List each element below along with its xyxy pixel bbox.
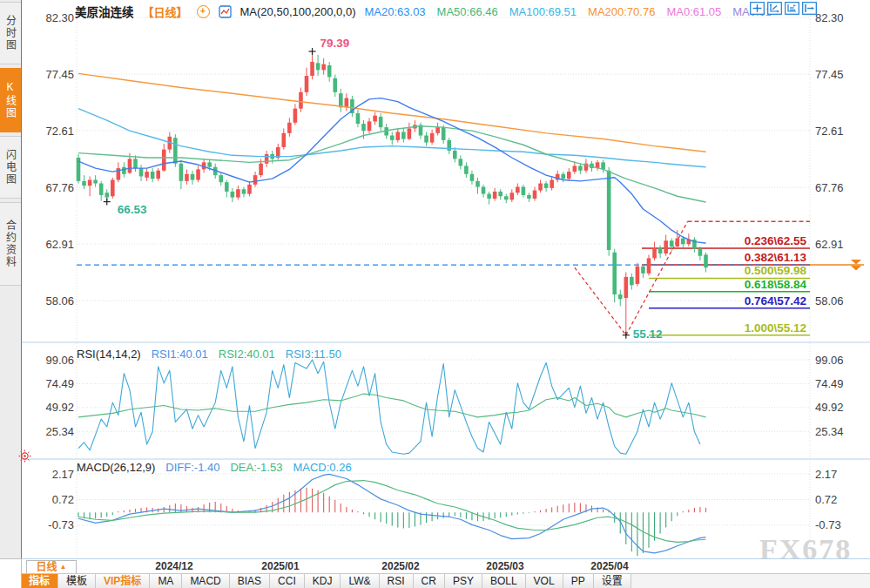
ma-values: MA20:63.03MA50:66.46MA100:69.51MA200:70.… [365, 5, 772, 18]
period-selector[interactable]: 日线 ▲ [26, 560, 77, 574]
price-tick-label: -0.73 [48, 518, 74, 531]
fib-label: 0.382\61.13 [745, 251, 807, 264]
price-tick-label: 99.06 [815, 354, 844, 367]
toolbar-button-LW&[interactable]: LW& [341, 574, 379, 588]
pivot-price-label: 55.12 [633, 328, 663, 341]
price-tick-label: 82.30 [815, 11, 844, 24]
toolbar-button-MACD[interactable]: MACD [182, 574, 229, 588]
axis-scale-icon[interactable] [785, 2, 799, 15]
ma-value: MA50:66.46 [437, 5, 498, 18]
price-tick-label: 25.34 [45, 425, 74, 438]
alert-icon[interactable] [18, 449, 31, 466]
toolbar-button-CCI[interactable]: CCI [270, 574, 305, 588]
pivot-price-label: 79.39 [320, 37, 350, 50]
time-axis-row: 日线 ▲ 2024/122025/012025/022025/032025/04 [0, 558, 870, 574]
price-tick-label: -0.73 [815, 518, 841, 531]
sidebar: 分时图K线图闪电图合约资料 [0, 0, 22, 558]
date-label: 2024/12 [155, 560, 192, 572]
price-tick-label: 67.76 [45, 181, 74, 194]
price-tick-label: 74.49 [45, 377, 74, 390]
toolbar-button-BOLL[interactable]: BOLL [482, 574, 526, 588]
price-tick-label: 72.61 [815, 125, 844, 138]
indicator-toolbar: 指标模板VIP指标MAMACDBIASCCIKDJLW&RSICRPSYBOLL… [0, 573, 870, 588]
price-tick-label: 49.92 [45, 401, 74, 414]
gridlines [22, 9, 870, 558]
rsi-plot [78, 360, 706, 454]
price-tick-label: 67.76 [815, 181, 844, 194]
macd-values: DIFF:-1.40DEA:-1.53MACD:0.26 [165, 461, 351, 474]
indicator-value: RSI1:40.01 [152, 348, 208, 361]
axis-zoom-icon[interactable] [767, 2, 782, 15]
toolbar-button-PSY[interactable]: PSY [445, 574, 482, 588]
pivot-price-label: 66.53 [118, 203, 147, 216]
price-tick-label: 99.06 [45, 354, 74, 367]
toolbar-button-BIAS[interactable]: BIAS [230, 574, 270, 588]
price-tick-label: 62.91 [45, 238, 74, 251]
add-indicator-icon[interactable]: + [197, 5, 210, 18]
date-label: 2025/01 [261, 560, 299, 572]
price-tick-label: 25.34 [815, 425, 844, 438]
crosshair-icon[interactable] [750, 2, 765, 15]
price-tick-label: 58.06 [815, 294, 844, 308]
indicator-value: MACD:0.26 [293, 461, 351, 474]
trading-app-window: 79.3966.5355.120.236\62.550.382\61.130.5… [0, 0, 870, 588]
toolbar-button-CR[interactable]: CR [414, 574, 445, 588]
rsi-panel-header: RSI(14,14,2) RSI1:40.01RSI2:40.01RSI3:11… [77, 348, 341, 361]
chart-header: 美原油连续 【日线】 + MA(20,50,100,200,0,0) MA20:… [75, 2, 772, 21]
toolbar-button-MA[interactable]: MA [150, 574, 182, 588]
fib-label: 0.500\59.98 [745, 264, 807, 277]
fib-labels: 0.236\62.550.382\61.130.500\59.980.618\5… [745, 234, 807, 335]
macd-panel-header: MACD(26,12,9) DIFF:-1.40DEA:-1.53MACD:0.… [77, 461, 352, 474]
ma-value: MA0:61.05 [666, 5, 721, 18]
ma-value: MA200:70.76 [588, 5, 655, 18]
sidebar-tab-2[interactable]: K线图 [0, 68, 21, 132]
pivot-markers: 79.3966.5355.12 [104, 37, 663, 341]
fib-label: 0.764\57.42 [745, 294, 806, 308]
corner-cell [0, 558, 22, 588]
toolbar-button-RSI[interactable]: RSI [380, 574, 414, 588]
date-label: 2025/03 [486, 560, 523, 572]
period-label: 日线 [37, 562, 57, 572]
indicator-value: DEA:-1.53 [230, 461, 282, 474]
ma20-line [78, 98, 706, 243]
price-tick-label: 77.45 [815, 68, 844, 81]
price-tick-label: 62.91 [815, 238, 844, 251]
toolbar-button-PP[interactable]: PP [563, 574, 594, 588]
toolbar-button-设置[interactable]: 设置 [594, 574, 631, 588]
price-tick-label: 49.92 [815, 401, 844, 414]
toolbar-button-KDJ[interactable]: KDJ [305, 574, 341, 588]
toolbar-button-指标[interactable]: 指标 [21, 574, 58, 588]
symbol-title: 美原油连续 [75, 3, 134, 20]
fib-label: 0.618\58.84 [745, 278, 807, 291]
toolbar-button-VOL[interactable]: VOL [526, 574, 563, 588]
rsi-formula: RSI(14,14,2) [77, 348, 141, 361]
fib-label: 1.000\55.12 [745, 321, 806, 335]
toolbar-button-模板[interactable]: 模板 [58, 574, 96, 588]
ma-value: MA100:69.51 [509, 5, 577, 18]
axis-labels: 82.3082.3077.4577.4572.6172.6167.7667.76… [45, 11, 843, 532]
date-label: 2025/04 [590, 560, 628, 572]
indicator-value: RSI2:40.01 [219, 348, 275, 361]
period-arrow-icon: ▲ [60, 564, 67, 571]
price-tick-label: 72.61 [45, 125, 74, 138]
ma-lines [78, 73, 706, 243]
date-label: 2025/02 [381, 560, 419, 572]
sidebar-tab-1[interactable]: 分时图 [0, 2, 21, 64]
candlestick-chart-icon [219, 5, 232, 18]
candlesticks [77, 51, 708, 335]
pan-right-icon[interactable] [802, 2, 817, 15]
price-tick-label: 58.06 [45, 294, 74, 308]
chart-toolbar-icons [750, 2, 817, 15]
sidebar-tab-3[interactable]: 闪电图 [0, 136, 21, 199]
period-tag: 【日线】 [143, 3, 188, 20]
price-tick-label: 77.45 [45, 68, 74, 81]
rsi-values: RSI1:40.01RSI2:40.01RSI3:11.50 [152, 348, 341, 361]
price-tick-label: 74.49 [815, 377, 844, 390]
DEA-line [78, 481, 706, 543]
price-tick-label: 2.17 [52, 468, 74, 481]
sidebar-tab-4[interactable]: 合约资料 [0, 202, 21, 286]
toolbar-button-VIP指标[interactable]: VIP指标 [96, 574, 150, 588]
indicator-value: DIFF:-1.40 [165, 461, 219, 474]
chart-canvas[interactable]: 79.3966.5355.120.236\62.550.382\61.130.5… [0, 0, 870, 588]
price-tick-label: 0.72 [815, 493, 837, 506]
